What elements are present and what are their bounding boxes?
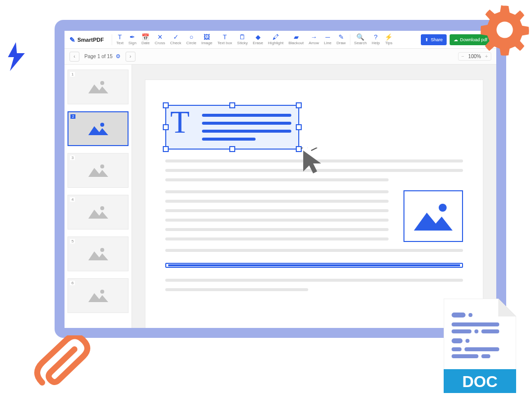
thumbnail-sidebar[interactable]: 123456 [65,65,132,328]
svg-line-23 [311,148,317,151]
resize-handle[interactable] [163,124,169,130]
main-area: 123456 T [65,65,496,328]
toolbar-divider [350,34,350,45]
tool-image[interactable]: 🖼Image [200,34,213,45]
highlight-icon: 🖍 [272,34,279,40]
app-logo-icon: ✎ [69,36,75,44]
tool-check[interactable]: ✓Check [169,34,183,45]
document-page[interactable]: T [145,79,483,328]
blackout-icon: ▰ [294,34,299,40]
page-label: Page 1 of 15 [84,54,113,59]
share-button[interactable]: ⬆Share [421,34,447,45]
paragraph-placeholder [165,190,389,242]
page-thumbnail[interactable]: 6 [67,278,129,313]
device-frame: ✎ SmartPDF TText ✒Sign 📅Date ✕Cross ✓Che… [55,20,506,338]
svg-rect-5 [452,329,471,333]
tool-search[interactable]: 🔍Search [353,34,368,45]
tool-arrow[interactable]: →Arrow [308,34,320,45]
image-placeholder-icon [411,199,456,234]
resize-handle[interactable] [229,146,235,152]
svg-point-16 [100,123,104,127]
tool-sign[interactable]: ✒Sign [128,34,137,45]
page-thumbnail[interactable]: 5 [67,237,129,271]
bolt-decor-icon [5,42,26,71]
tool-blackout[interactable]: ▰Blackout [287,34,305,45]
prev-page-button[interactable]: ‹ [69,52,79,62]
svg-rect-13 [481,354,490,358]
pencil-icon: ✎ [338,34,344,40]
svg-rect-7 [481,329,499,333]
thumb-placeholder-icon [87,245,109,262]
text-selection-box[interactable]: T [165,105,299,150]
svg-point-9 [466,339,469,343]
svg-line-21 [301,148,306,149]
resize-handle[interactable] [163,102,169,108]
tool-date[interactable]: 📅Date [140,34,151,45]
cloud-download-icon: ☁ [454,37,458,42]
thumb-placeholder-icon [87,120,109,137]
resize-handle[interactable] [163,146,169,152]
chevron-left-icon: ‹ [73,54,75,59]
app-logo: ✎ SmartPDF [69,36,104,44]
cross-icon: ✕ [157,34,163,40]
tool-line[interactable]: ─Line [323,34,332,45]
tool-textbox[interactable]: TText box [216,34,233,45]
textbox-t-icon: T [223,34,227,40]
selected-line-block[interactable] [165,263,463,268]
image-frame[interactable] [403,190,463,242]
tool-help[interactable]: ?Help [371,34,381,45]
canvas-area[interactable]: T [132,65,496,328]
chevron-right-icon: › [130,54,131,59]
svg-rect-10 [452,347,462,351]
thumb-placeholder-icon [87,204,109,221]
tool-sticky[interactable]: 🗒Sticky [236,34,249,45]
zoom-out-button[interactable]: − [462,54,465,59]
tool-cross[interactable]: ✕Cross [154,34,166,45]
tool-draw[interactable]: ✎Draw [335,34,347,45]
line-icon: ─ [326,34,330,40]
sign-icon: ✒ [130,34,135,40]
next-page-button[interactable]: › [126,52,135,62]
page-settings-icon[interactable]: ⚙ [116,53,121,60]
check-icon: ✓ [173,34,179,40]
svg-rect-6 [474,329,478,333]
paragraph-placeholder [165,279,463,291]
upload-icon: ⬆ [425,37,429,42]
svg-rect-8 [452,338,463,343]
page-thumbnail[interactable]: 2 [67,111,129,146]
tool-text[interactable]: TText [115,34,125,45]
sticky-icon: 🗒 [239,34,246,40]
resize-handle[interactable] [229,102,235,108]
resize-handle[interactable] [296,124,302,130]
text-t-icon: T [118,34,122,40]
search-icon: 🔍 [356,34,364,40]
svg-point-20 [100,290,104,294]
calendar-icon: 📅 [141,34,149,40]
gear-decor-icon [477,2,532,57]
doc-label: DOC [462,373,497,391]
svg-point-24 [439,204,447,212]
page-thumbnail[interactable]: 1 [67,70,129,104]
paragraph-placeholder [165,249,463,252]
help-icon: ? [374,34,378,40]
tool-highlight[interactable]: 🖍Highlight [267,34,284,45]
page-thumbnail[interactable]: 4 [67,195,129,230]
app-name: SmartPDF [77,37,104,43]
sub-toolbar: ‹ Page 1 of 15 ⚙ › − 100% + [65,49,496,65]
eraser-icon: ◆ [256,34,261,40]
svg-point-15 [100,81,104,85]
text-lines-placeholder [202,114,291,141]
resize-handle[interactable] [296,102,302,108]
tips-icon: ⚡ [385,34,393,40]
page-thumbnail[interactable]: 3 [67,153,129,188]
app-screen: ✎ SmartPDF TText ✒Sign 📅Date ✕Cross ✓Che… [65,31,496,328]
tool-circle[interactable]: ○Circle [185,34,197,45]
svg-point-1 [497,22,513,38]
thumb-placeholder-icon [87,162,109,179]
tool-tips[interactable]: ⚡Tips [384,34,394,45]
page-indicator: Page 1 of 15 ⚙ [84,53,121,60]
image-icon: 🖼 [203,34,210,40]
thumb-placeholder-icon [87,79,109,95]
tool-erase[interactable]: ◆Erase [252,34,264,45]
cursor-icon [300,148,325,177]
